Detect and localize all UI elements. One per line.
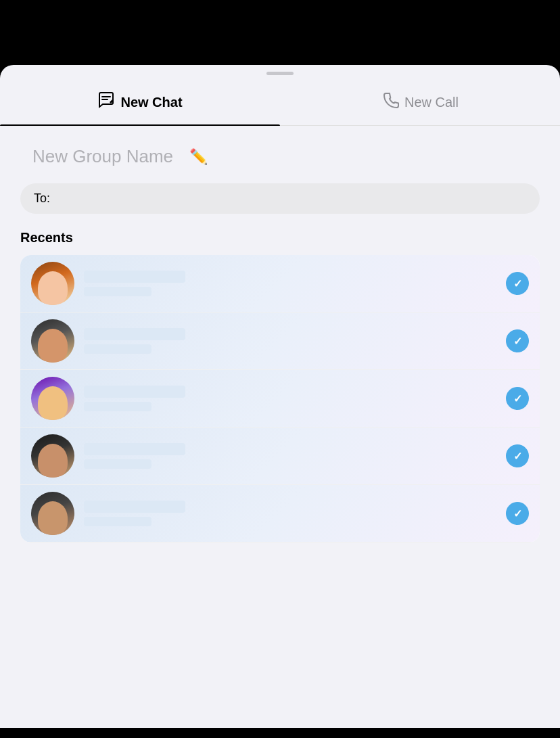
recents-label: Recents — [20, 230, 540, 246]
tab-bar: New Chat New Call — [0, 79, 560, 126]
avatar — [31, 319, 74, 363]
check-button[interactable]: ✓ — [506, 387, 529, 410]
content-area: New Group Name ✏️ To: Recents ✓ — [0, 126, 560, 556]
contact-name — [84, 271, 185, 283]
check-icon: ✓ — [513, 450, 522, 463]
tab-new-call-label: New Call — [404, 95, 459, 110]
tab-new-chat[interactable]: New Chat — [0, 79, 280, 125]
contacts-list: ✓ ✓ — [20, 255, 540, 543]
avatar — [31, 434, 74, 478]
check-button[interactable]: ✓ — [506, 444, 529, 467]
contact-row[interactable]: ✓ — [20, 313, 540, 370]
contact-row[interactable]: ✓ — [20, 255, 540, 313]
contact-row[interactable]: ✓ — [20, 370, 540, 428]
contact-name — [84, 386, 185, 398]
to-input[interactable] — [55, 191, 526, 206]
check-icon: ✓ — [513, 392, 522, 405]
contact-name-area — [84, 328, 506, 354]
check-icon: ✓ — [513, 507, 522, 520]
to-label: To: — [34, 191, 50, 206]
contact-name — [84, 328, 185, 340]
avatar — [31, 262, 74, 305]
contact-name-area — [84, 501, 506, 526]
check-button[interactable]: ✓ — [506, 329, 529, 352]
check-button[interactable]: ✓ — [506, 272, 529, 295]
chat-icon — [97, 91, 115, 113]
contact-sub — [84, 287, 151, 296]
group-name-row: New Group Name ✏️ — [20, 146, 540, 167]
group-name-field[interactable]: New Group Name — [32, 146, 173, 167]
contact-sub — [84, 459, 151, 469]
to-field-wrapper[interactable]: To: — [20, 183, 540, 214]
contact-sub — [84, 517, 151, 526]
check-button[interactable]: ✓ — [506, 502, 529, 525]
call-icon — [381, 91, 399, 113]
contact-name — [84, 443, 185, 455]
contact-sub — [84, 402, 151, 411]
contact-row[interactable]: ✓ — [20, 428, 540, 485]
sheet-container: New Chat New Call New Group Name ✏️ To: — [0, 65, 560, 728]
tab-new-call[interactable]: New Call — [280, 79, 560, 125]
avatar — [31, 377, 74, 420]
tab-new-chat-label: New Chat — [120, 95, 182, 110]
contact-sub — [84, 344, 151, 354]
edit-pencil-icon[interactable]: ✏️ — [189, 148, 208, 166]
contact-row[interactable]: ✓ — [20, 485, 540, 543]
check-icon: ✓ — [513, 335, 522, 348]
contact-name-area — [84, 386, 506, 411]
check-icon: ✓ — [513, 277, 522, 290]
contact-name-area — [84, 271, 506, 296]
contact-name — [84, 501, 185, 513]
drag-handle[interactable] — [266, 72, 294, 75]
avatar — [31, 492, 74, 535]
contact-name-area — [84, 443, 506, 469]
